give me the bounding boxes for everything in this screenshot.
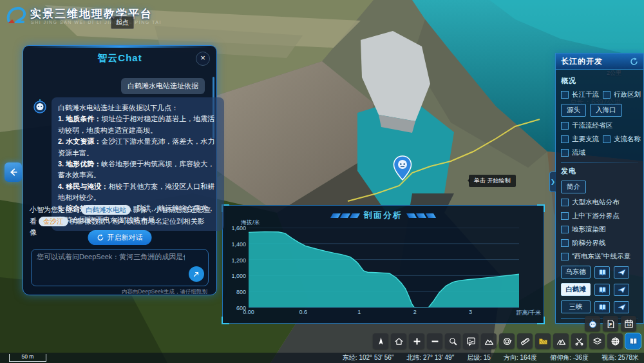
texture-folder-icon[interactable] [535, 333, 551, 349]
clip-scissors-icon[interactable] [571, 333, 587, 349]
panel-row: 源头入海口 [561, 104, 638, 117]
panel-row: 上中下游分界点 [561, 211, 638, 221]
zoom-in-icon[interactable] [409, 333, 424, 349]
answer-point: 3. 地形优势：峡谷地形便于构筑高坝，库容较大，蓄水效率高。 [58, 159, 218, 181]
panel-button[interactable]: 源头 [561, 104, 586, 117]
open-book-icon[interactable] [625, 333, 641, 349]
rope-coil-icon[interactable] [499, 333, 515, 349]
station-button[interactable]: 乌东德 [561, 266, 591, 279]
y-tick: 1,000 [224, 273, 246, 279]
status-item: 北纬: 27° 13′ 49″ [406, 353, 454, 362]
back-arrow-button[interactable] [5, 162, 22, 182]
layer-checkbox[interactable]: 主要支流 [561, 135, 599, 144]
zoom-out-icon[interactable] [427, 333, 442, 349]
refresh-icon [97, 234, 104, 241]
refresh-icon[interactable] [630, 57, 638, 66]
ruler-icon[interactable] [517, 333, 533, 349]
book-icon[interactable] [594, 266, 610, 279]
status-item: 俯仰角: -36度 [550, 353, 589, 362]
checkbox-icon[interactable] [561, 122, 569, 130]
layer-checkbox[interactable]: 大型水电站分布 [561, 198, 620, 207]
send-icon[interactable] [189, 266, 204, 282]
checkbox-icon[interactable] [561, 149, 569, 157]
checkbox-icon[interactable] [561, 91, 569, 99]
new-chat-button[interactable]: 开启新对话 [88, 230, 152, 245]
panel-row: 流域 [561, 148, 638, 157]
panel-row: 地形渲染图 [561, 225, 638, 234]
elevation-profile-chart[interactable] [249, 228, 519, 308]
checkbox-icon[interactable] [603, 135, 611, 143]
app-window: 2公里 总长：6397公里 单击 开始绘制 实景三维地理教学平台 SHI JIN… [0, 0, 644, 363]
answer-point: 4. 移民与淹没：相较于其他方案，淹没区人口和耕地相对较少。 [58, 181, 218, 204]
panel-header: 长江的开发 [556, 54, 643, 70]
answer-point: 1. 地质条件：坝址位于相对稳定的基岩上，地震活动较弱，地质构造适宜建高坝。 [58, 113, 218, 136]
layer-checkbox[interactable]: 行政区划 [603, 90, 641, 99]
book-icon[interactable] [594, 301, 610, 313]
close-icon[interactable]: × [196, 52, 210, 66]
y-tick: 1,200 [224, 257, 246, 264]
start-point-button[interactable]: 起点 [111, 16, 134, 29]
station-button[interactable]: 三峡 [561, 300, 591, 313]
panel-row: 长江干流行政区划 [561, 90, 638, 99]
place-tag-baihetan[interactable]: 白鹤滩水电站 [81, 205, 131, 215]
svg-text:P: P [609, 322, 612, 326]
checkbox-icon[interactable] [561, 226, 569, 233]
panel-button[interactable]: 入海口 [590, 104, 622, 117]
p-document-icon[interactable]: P [603, 316, 618, 331]
checkbox-icon[interactable] [561, 135, 569, 143]
map-annotation-icon[interactable] [463, 333, 478, 349]
layer-checkbox[interactable]: 流域 [561, 148, 585, 157]
status-items: 东经: 102° 53′ 56″北纬: 27° 13′ 49″层级: 15方向:… [343, 353, 644, 362]
calendar-icon[interactable]: 13 [621, 316, 636, 331]
checkbox-icon[interactable] [561, 253, 569, 260]
checkbox-icon[interactable] [561, 199, 569, 206]
section-title: 概况 [561, 76, 638, 86]
chat-input[interactable] [35, 252, 186, 261]
answer-intro: 白鹤滩水电站选址主要依据以下几点： [58, 103, 218, 113]
status-item: 层级: 15 [467, 353, 491, 362]
layer-checkbox[interactable]: 阶梯分界线 [561, 239, 606, 248]
panel-row: 三峡 [561, 300, 638, 313]
panel-title: 长江的开发 [561, 56, 603, 67]
terrain-mountain-icon[interactable] [481, 333, 497, 349]
deepseek-disclaimer: 内容由DeepSeek生成，请仔细甄别 [122, 288, 207, 296]
x-axis-label: 距离/千米 [516, 309, 541, 317]
checkbox-label: 大型水电站分布 [572, 198, 620, 207]
map-pin-robot[interactable] [393, 155, 412, 181]
checkbox-label: 上中下游分界点 [572, 211, 620, 221]
layer-checkbox[interactable]: 长江干流 [561, 90, 599, 99]
layers-icon[interactable] [589, 333, 605, 349]
place-tag-jinshajiang[interactable]: 金沙江 [39, 217, 68, 226]
section-title: 发电 [561, 166, 638, 176]
assistant-robot-icon[interactable] [585, 316, 600, 331]
layer-checkbox[interactable]: 支流名称 [603, 135, 641, 144]
book-icon[interactable] [594, 284, 610, 296]
checkbox-icon[interactable] [603, 91, 611, 99]
globe-grid-icon[interactable] [607, 333, 623, 349]
station-button[interactable]: 白鹤滩 [561, 283, 591, 296]
fly-to-icon[interactable] [614, 284, 629, 296]
checkbox-label: 长江干流 [572, 90, 599, 99]
layer-checkbox[interactable]: 地形渲染图 [561, 225, 606, 234]
compass-north-icon[interactable] [373, 333, 388, 349]
fly-to-icon[interactable] [614, 301, 629, 313]
panel-button[interactable]: 简介 [561, 181, 586, 193]
chart-title-row: 剖面分析 [223, 210, 544, 221]
home-icon[interactable] [391, 333, 406, 349]
layer-checkbox[interactable]: 干流流经省区 [561, 121, 612, 130]
svg-text:13: 13 [627, 323, 631, 327]
search-icon[interactable] [445, 333, 460, 349]
peaks-icon[interactable] [553, 333, 569, 349]
fly-to-icon[interactable] [614, 266, 629, 279]
checkbox-label: 阶梯分界线 [572, 239, 606, 248]
layer-checkbox[interactable]: 上中下游分界点 [561, 211, 620, 221]
checkbox-icon[interactable] [561, 212, 569, 220]
panel-collapse-handle[interactable]: ❯ [549, 172, 556, 192]
panel-row: 白鹤滩 [561, 283, 638, 296]
checkbox-icon[interactable] [561, 239, 569, 247]
x-tick: 1 [357, 309, 361, 315]
layer-checkbox[interactable]: “西电东送”中线示意 [561, 252, 630, 261]
panel-row: 大型水电站分布 [561, 198, 638, 207]
status-item: 方向: 164度 [504, 353, 537, 362]
checkbox-label: 干流流经省区 [572, 121, 612, 130]
